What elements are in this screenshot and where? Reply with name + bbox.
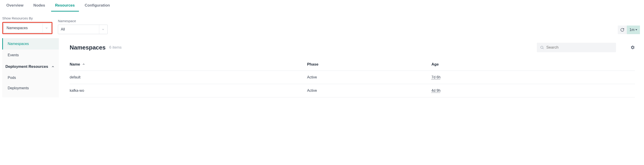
sidebar: Namespaces Events Deployment Resources P… bbox=[2, 38, 59, 98]
refresh-interval-value: 1m bbox=[630, 28, 634, 32]
cell-phase: Active bbox=[307, 70, 432, 84]
filter-namespace-label: Namespace bbox=[58, 19, 108, 23]
cell-name: default bbox=[70, 70, 307, 84]
content: Namespaces 6 items Name bbox=[59, 38, 644, 98]
sidebar-item-events[interactable]: Events bbox=[2, 50, 59, 61]
namespace-value: All bbox=[61, 27, 65, 32]
filter-show-by-group: Show Resources By Namespaces bbox=[2, 16, 52, 34]
table-row[interactable]: kafka-wo Active 4d 9h bbox=[70, 84, 635, 97]
svg-line-2 bbox=[543, 48, 544, 49]
page-title: Namespaces bbox=[70, 44, 106, 51]
search-input[interactable] bbox=[546, 45, 613, 50]
main-tabs: Overview Nodes Resources Configuration bbox=[0, 0, 644, 12]
filter-namespace-group: Namespace All bbox=[58, 19, 108, 34]
sidebar-item-pods[interactable]: Pods bbox=[2, 72, 59, 83]
refresh-interval-select[interactable]: 1m bbox=[627, 26, 640, 34]
namespaces-table: Name Phase Age default Active 7d 6h ka bbox=[70, 58, 635, 98]
svg-point-1 bbox=[541, 46, 543, 48]
highlight-box: Namespaces bbox=[2, 22, 52, 34]
filters-row: Show Resources By Namespaces Namespace A… bbox=[0, 12, 644, 38]
tab-overview[interactable]: Overview bbox=[2, 0, 28, 12]
show-by-select[interactable]: Namespaces bbox=[4, 23, 51, 33]
search-icon bbox=[540, 46, 544, 50]
chevron-down-icon bbox=[42, 24, 48, 32]
sort-asc-icon bbox=[82, 62, 85, 67]
cell-name: kafka-wo bbox=[70, 84, 307, 97]
caret-down-icon bbox=[636, 29, 637, 31]
column-header-name[interactable]: Name bbox=[70, 58, 307, 70]
sidebar-item-namespaces[interactable]: Namespaces bbox=[2, 38, 59, 50]
tab-nodes[interactable]: Nodes bbox=[30, 0, 49, 12]
cell-age: 4d 9h bbox=[432, 84, 635, 97]
show-by-value: Namespaces bbox=[6, 26, 28, 30]
cell-phase: Active bbox=[307, 84, 432, 97]
column-header-name-label: Name bbox=[70, 62, 80, 66]
sidebar-group-label: Deployment Resources bbox=[6, 64, 48, 69]
svg-marker-0 bbox=[636, 30, 637, 30]
refresh-button[interactable] bbox=[618, 26, 627, 34]
cell-age: 7d 6h bbox=[432, 70, 635, 84]
chevron-up-icon bbox=[51, 65, 55, 68]
tab-resources[interactable]: Resources bbox=[51, 0, 79, 12]
refresh-controls: 1m bbox=[618, 26, 642, 34]
search-box[interactable] bbox=[537, 43, 616, 52]
sidebar-group-deployment-resources[interactable]: Deployment Resources bbox=[2, 61, 59, 72]
refresh-icon bbox=[620, 28, 624, 32]
main-area: Namespaces Events Deployment Resources P… bbox=[0, 38, 644, 98]
column-header-phase[interactable]: Phase bbox=[307, 58, 432, 70]
content-header: Namespaces 6 items bbox=[70, 43, 635, 52]
item-count: 6 items bbox=[109, 45, 122, 50]
column-header-age[interactable]: Age bbox=[432, 58, 635, 70]
filter-show-by-label: Show Resources By bbox=[2, 16, 52, 20]
sidebar-item-deployments[interactable]: Deployments bbox=[2, 83, 59, 93]
table-row[interactable]: default Active 7d 6h bbox=[70, 70, 635, 84]
namespace-select[interactable]: All bbox=[58, 25, 108, 34]
tab-configuration[interactable]: Configuration bbox=[81, 0, 114, 12]
chevron-down-icon bbox=[99, 25, 105, 34]
gear-icon bbox=[630, 45, 635, 50]
settings-button[interactable] bbox=[630, 45, 635, 50]
